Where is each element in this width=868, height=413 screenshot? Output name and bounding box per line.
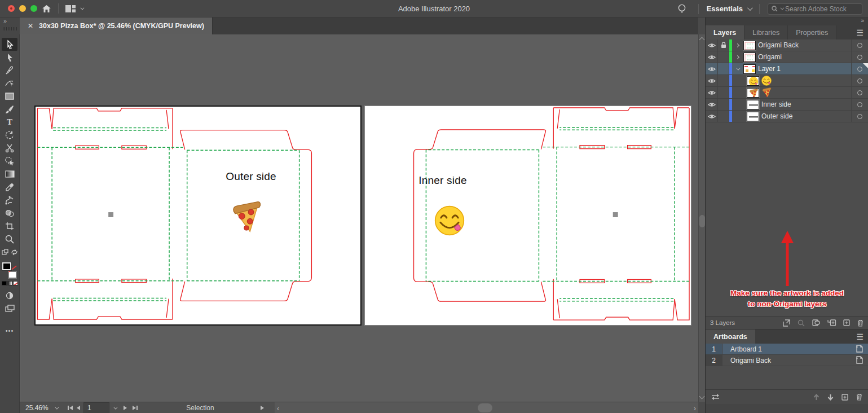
layer-thumbnail[interactable] [743,41,756,50]
rectangle-tool[interactable] [2,90,17,103]
none-button[interactable] [13,281,18,285]
target-circle-icon[interactable] [857,78,862,84]
lock-toggle[interactable] [718,63,729,74]
tab-libraries[interactable]: Libraries [744,25,788,39]
move-down-icon[interactable] [827,394,834,401]
artboard-number-field[interactable]: 1 [83,402,109,413]
minimize-window-button[interactable] [19,5,26,12]
layer-row[interactable]: Outer side [706,111,868,122]
scroll-up-icon[interactable] [699,37,705,43]
blend-tool[interactable] [2,194,17,206]
selection-tool[interactable] [2,38,17,51]
tab-layers[interactable]: Layers [706,25,744,39]
layer-thumbnail[interactable] [747,112,759,121]
type-tool[interactable]: T [2,116,17,129]
vertical-scroll-thumb[interactable] [699,215,705,227]
status-flyout-icon[interactable] [261,402,264,413]
artboard-row[interactable]: 2 Origami Back [706,355,868,366]
artboard-2[interactable]: Inner side [364,106,691,326]
first-artboard-button[interactable] [68,402,73,413]
visibility-toggle[interactable] [706,75,718,86]
collect-for-export-icon[interactable] [783,319,790,327]
target-circle-icon[interactable] [857,114,862,119]
panel-menu-icon[interactable]: ☰ [856,332,863,341]
artboard-row[interactable]: 1 Artboard 1 [706,344,868,355]
home-icon[interactable] [37,0,56,17]
edit-toolbar-button[interactable]: ••• [2,324,17,337]
screen-mode-button[interactable] [2,302,17,315]
last-artboard-button[interactable] [133,402,138,413]
tab-properties[interactable]: Properties [788,25,836,39]
layer-row[interactable] [706,87,868,99]
artboard-options-icon[interactable] [851,345,868,353]
layer-row[interactable]: Layer 1 [706,63,868,75]
toolbar-grip[interactable] [3,27,17,30]
layer-row[interactable] [706,75,868,87]
rotate-view-icon[interactable] [11,249,18,257]
target-circle-icon[interactable] [857,102,862,107]
horizontal-scroll-thumb[interactable] [478,403,492,412]
drawing-modes-button[interactable] [2,289,17,302]
color-button[interactable] [2,281,7,285]
layer-thumbnail[interactable] [747,76,759,86]
visibility-toggle[interactable] [706,111,718,122]
visibility-toggle[interactable] [706,51,718,63]
lightbulb-discover-icon[interactable] [673,0,690,17]
shape-builder-tool[interactable] [2,206,17,219]
gradient-tool[interactable] [2,168,17,181]
draw-mode-icon[interactable] [2,249,8,257]
layer-thumbnail[interactable] [747,88,759,98]
collapse-chevron-icon[interactable] [732,68,742,71]
rotate-tool[interactable] [2,129,17,142]
target-circle-icon[interactable] [857,90,862,95]
close-tab-icon[interactable]: ✕ [28,22,33,30]
artboard-1[interactable]: Outer side [34,106,362,326]
layer-thumbnail[interactable] [743,64,756,74]
fill-swatch[interactable] [2,262,11,270]
delete-layer-icon[interactable] [857,319,863,327]
expand-toolbar-icon[interactable]: » [3,17,7,24]
next-artboard-button[interactable] [124,402,127,413]
zoom-window-button[interactable] [30,5,37,12]
document-tab[interactable]: ✕ 30x30 Pizza Box* @ 25.46% (CMYK/GPU Pr… [20,17,213,34]
close-window-button[interactable] [8,5,15,12]
delete-artboard-icon[interactable] [856,393,862,401]
target-column[interactable] [851,99,868,110]
collapse-panels-icon[interactable]: » [861,17,865,24]
visibility-toggle[interactable] [706,87,718,98]
make-clipping-mask-icon[interactable] [812,319,820,326]
lock-toggle[interactable] [718,111,729,122]
document-canvas[interactable]: Outer side Inner side [20,34,698,402]
layer-row[interactable]: Origami Back [706,39,868,51]
vertical-scrollbar[interactable] [698,34,705,402]
eyedropper-tool[interactable] [2,181,17,194]
layer-row[interactable]: Origami [706,51,868,63]
paintbrush-tool[interactable] [2,103,17,116]
lock-toggle[interactable] [718,99,729,110]
direct-selection-tool[interactable] [2,51,17,64]
target-column[interactable] [851,87,868,98]
tab-artboards[interactable]: Artboards [706,329,755,344]
adobe-stock-search[interactable] [768,3,862,15]
stroke-swatch[interactable] [8,271,17,279]
arrange-documents-button[interactable] [61,0,87,17]
artboard-options-icon[interactable] [851,356,868,364]
target-circle-icon[interactable] [857,43,862,48]
scroll-left-icon[interactable]: ‹ [277,405,279,412]
expand-chevron-icon[interactable] [732,44,742,47]
previous-artboard-button[interactable] [77,402,80,413]
layer-thumbnail[interactable] [743,52,756,62]
zoom-level[interactable]: 25.46% [25,402,49,413]
expand-chevron-icon[interactable] [732,56,742,59]
layer-row[interactable]: Inner side [706,99,868,111]
lock-toggle[interactable] [718,39,729,51]
visibility-toggle[interactable] [706,99,718,110]
target-column[interactable] [851,51,868,63]
target-circle-icon[interactable] [857,55,862,60]
layer-thumbnail[interactable] [747,100,759,109]
visibility-toggle[interactable] [706,39,718,51]
gradient-button[interactable] [7,281,12,285]
rearrange-artboards-icon[interactable] [711,393,720,401]
shaper-tool[interactable] [2,155,17,168]
panel-menu-icon[interactable]: ☰ [856,28,863,37]
